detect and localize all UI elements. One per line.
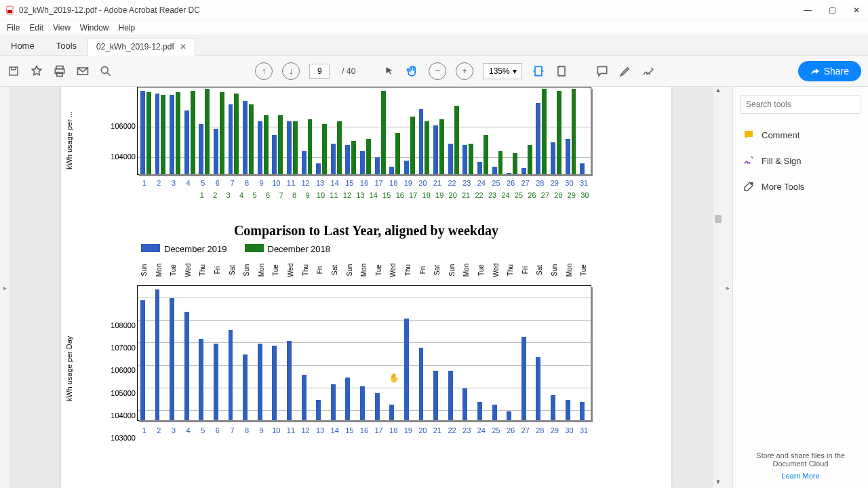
- svg-point-10: [750, 182, 753, 185]
- save-icon[interactable]: [7, 64, 20, 78]
- legend-swatch-2already They2019: [141, 244, 160, 252]
- star-icon[interactable]: [30, 64, 43, 78]
- svg-rect-1: [7, 10, 12, 13]
- page-total: / 40: [342, 66, 355, 76]
- tab-home[interactable]: Home: [0, 37, 45, 55]
- search-tools-input[interactable]: [740, 95, 861, 114]
- toolbar: ↑ ↓ / 40 − + 135% ▾ Share: [0, 56, 868, 87]
- scroll-thumb[interactable]: [715, 215, 722, 223]
- zoom-select[interactable]: 135% ▾: [483, 63, 522, 79]
- rhp-comment[interactable]: Comment: [740, 122, 861, 148]
- rhp-fill-sign[interactable]: Fill & Sign: [740, 148, 861, 174]
- mail-icon[interactable]: [76, 64, 90, 78]
- tab-file-label: 02_kWh_2019-12.pdf: [96, 42, 174, 52]
- rhp-more-tools[interactable]: More Tools: [740, 174, 861, 199]
- search-icon[interactable]: [99, 64, 113, 78]
- menu-file[interactable]: File: [7, 23, 20, 33]
- share-button[interactable]: Share: [798, 61, 861, 81]
- window-title: 02_kWh_2019-12.pdf - Adobe Acrobat Reade…: [19, 5, 200, 15]
- svg-rect-9: [558, 66, 565, 75]
- highlight-tool-icon[interactable]: [618, 64, 632, 78]
- chevron-down-icon: ▾: [513, 66, 517, 76]
- title-bar: 02_kWh_2019-12.pdf - Adobe Acrobat Reade…: [0, 0, 868, 20]
- right-hand-panel: Comment Fill & Sign More Tools Store and…: [732, 87, 868, 488]
- document-viewport[interactable]: kWh usage per ... 104000106000 123456789…: [9, 87, 723, 488]
- page-down-button[interactable]: ↓: [282, 62, 300, 80]
- selection-tool-icon[interactable]: [382, 64, 396, 78]
- menu-bar: File Edit View Window Help: [0, 20, 868, 35]
- right-panel-toggle[interactable]: ▸: [723, 87, 732, 488]
- scroll-up-icon[interactable]: ▲: [713, 87, 723, 96]
- minimize-button[interactable]: —: [802, 4, 814, 16]
- print-icon[interactable]: [53, 64, 66, 78]
- svg-rect-8: [535, 66, 542, 75]
- more-tools-icon: [743, 180, 755, 192]
- chart-bottom-title: Comparison to Last Year, aligned by week…: [75, 223, 658, 239]
- tab-tools[interactable]: Tools: [45, 37, 87, 55]
- menu-window[interactable]: Window: [80, 23, 109, 33]
- menu-view[interactable]: View: [53, 23, 71, 33]
- zoom-out-button[interactable]: −: [429, 62, 446, 80]
- left-panel-toggle[interactable]: ▸: [0, 87, 9, 488]
- chart-bottom-ylabel: kWh usage per Day: [65, 336, 73, 402]
- comment-icon: [743, 129, 755, 141]
- fit-width-icon[interactable]: [532, 64, 545, 78]
- svg-rect-2: [9, 67, 18, 75]
- close-button[interactable]: ✕: [850, 4, 863, 16]
- comment-tool-icon[interactable]: [595, 64, 609, 78]
- sign-tool-icon[interactable]: [642, 64, 655, 78]
- tab-strip: Home Tools 02_kWh_2019-12.pdf ✕: [0, 35, 868, 56]
- rhp-footer-line2: Document Cloud: [740, 460, 861, 468]
- pdf-page: kWh usage per ... 104000106000 123456789…: [61, 87, 671, 488]
- tab-close-icon[interactable]: ✕: [180, 42, 186, 52]
- page-up-button[interactable]: ↑: [255, 62, 273, 80]
- menu-help[interactable]: Help: [119, 23, 136, 33]
- rhp-learn-more-link[interactable]: Learn More: [781, 472, 819, 480]
- hand-tool-icon[interactable]: [406, 64, 419, 78]
- menu-edit[interactable]: Edit: [29, 23, 43, 33]
- fit-page-icon[interactable]: [555, 64, 568, 78]
- page-number-input[interactable]: [309, 64, 330, 79]
- pdf-file-icon: [5, 5, 15, 15]
- chart-top-partial: kWh usage per ... 104000106000 123456789…: [75, 87, 658, 205]
- share-icon: [810, 66, 820, 76]
- maximize-button[interactable]: ▢: [826, 4, 838, 16]
- work-area: ▸ kWh usage per ... 104000106000 1234567…: [0, 87, 868, 488]
- svg-point-7: [101, 66, 108, 73]
- hand-cursor-icon: ✋: [389, 373, 399, 383]
- legend-swatch-2018: [245, 244, 264, 252]
- chart-top-ylabel: kWh usage per ...: [65, 111, 73, 169]
- vertical-scrollbar[interactable]: ▲ ▼: [713, 87, 723, 488]
- fill-sign-icon: [743, 155, 755, 167]
- tab-file[interactable]: 02_kWh_2019-12.pdf ✕: [87, 38, 195, 56]
- chart-bottom: SunMonTueWedThuFriSatSunMonTueWedThuFriS…: [75, 257, 658, 460]
- rhp-footer-line1: Store and share files in the: [740, 451, 861, 460]
- scroll-down-icon[interactable]: ▼: [713, 479, 723, 488]
- chart-legend: December 2019 December 2018: [141, 244, 658, 254]
- zoom-in-button[interactable]: +: [456, 62, 473, 80]
